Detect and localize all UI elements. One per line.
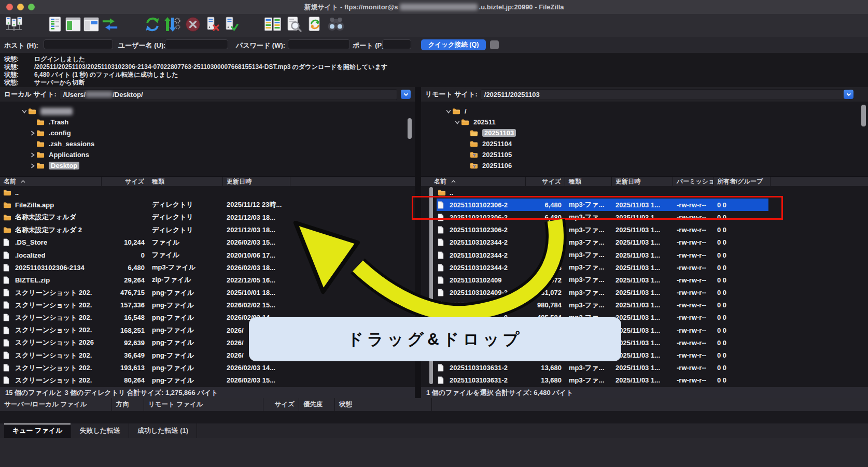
column-header[interactable]: 種類 <box>565 177 612 186</box>
file-permissions: -rw-rw-r-- <box>673 339 713 347</box>
queue-column-header[interactable]: リモート ファイル <box>144 398 263 411</box>
directory-compare-button[interactable] <box>264 16 282 35</box>
queue-header: サーバー/ローカル ファイル方向リモート ファイルサイズ優先度状態 <box>0 398 868 412</box>
chevron-down-icon[interactable] <box>445 109 452 114</box>
column-header[interactable]: 名前 <box>430 177 526 186</box>
local-tree-button[interactable] <box>65 16 81 35</box>
chevron-down-icon[interactable] <box>21 109 28 114</box>
remote-tree-scrollbar[interactable] <box>861 105 866 126</box>
local-path-dropdown-button[interactable] <box>401 90 411 99</box>
port-input[interactable] <box>382 39 411 49</box>
maximize-window-button[interactable] <box>28 4 35 10</box>
remote-status-bar: 1 個のファイルを選択 合計サイズ: 6,480 バイト <box>421 387 868 398</box>
remote-path-input[interactable]: /202511/20251103 <box>481 89 850 100</box>
file-size: 16,548 <box>102 314 148 321</box>
password-input[interactable] <box>288 39 350 49</box>
column-header[interactable]: 種類 <box>148 177 223 186</box>
folder-icon <box>36 162 45 169</box>
remote-list-header: 名前サイズ種類更新日時パーミッション所有者/グループ <box>421 177 868 187</box>
file-type: png-ファイル <box>148 363 223 373</box>
synchronized-browsing-button[interactable] <box>306 16 323 35</box>
tree-item[interactable]: .Trash <box>0 117 415 128</box>
tree-item[interactable]: .zsh_sessions <box>0 138 415 149</box>
find-files-button[interactable] <box>327 16 345 35</box>
queue-column-header[interactable]: サイズ <box>263 398 299 411</box>
column-header-label: 種類 <box>569 177 581 186</box>
remote-tree-button[interactable] <box>83 16 100 35</box>
tree-item[interactable]: Desktop <box>0 160 415 171</box>
file-icon <box>3 264 11 272</box>
file-search-button[interactable] <box>286 16 302 35</box>
column-header[interactable]: パーミッション <box>673 177 713 186</box>
file-type: png-ファイル <box>148 351 223 360</box>
transfer-queue-button[interactable] <box>101 16 119 35</box>
file-type: mp3-ファ... <box>565 263 612 272</box>
remote-path-dropdown-button[interactable] <box>844 90 853 99</box>
tree-item[interactable]: ?20251105 <box>421 149 868 160</box>
username-input[interactable] <box>165 39 228 49</box>
site-manager-button[interactable] <box>5 16 23 35</box>
column-header[interactable]: サイズ <box>102 177 148 186</box>
host-input[interactable] <box>44 39 113 49</box>
queue-tab[interactable]: 失敗した転送 <box>71 423 129 438</box>
queue-column-header[interactable]: 状態 <box>335 398 432 411</box>
file-type: png-ファイル <box>148 301 223 310</box>
column-header[interactable]: 名前 <box>0 177 102 186</box>
disconnect-button[interactable] <box>203 16 220 35</box>
file-row[interactable]: スクリーンショット 202.80,264png-ファイル2026/02/03 1… <box>0 374 415 387</box>
queue-column-header[interactable]: サーバー/ローカル ファイル <box>0 398 112 411</box>
local-tree-scrollbar[interactable] <box>408 118 412 139</box>
chevron-down-icon <box>403 93 409 96</box>
tree-item[interactable]: / <box>421 106 868 117</box>
column-header-label: 所有者/グループ <box>717 177 763 186</box>
message-log-button[interactable] <box>48 16 63 35</box>
tree-item[interactable]: 202511 <box>421 117 868 128</box>
column-header[interactable]: 所有者/グループ <box>713 177 771 186</box>
quickconnect-button[interactable]: クイック接続 (Q) <box>421 39 486 50</box>
tree-item[interactable]: ?20251106 <box>421 160 868 171</box>
minimize-window-button[interactable] <box>17 4 24 10</box>
process-queue-button[interactable] <box>163 16 180 35</box>
file-date: 2025/11/03 1... <box>612 301 673 309</box>
tree-item[interactable] <box>0 106 415 117</box>
file-name: スクリーンショット 202. <box>15 301 92 310</box>
queue-column-header[interactable]: 優先度 <box>299 398 335 411</box>
log-status-label: 状態: <box>0 63 34 71</box>
reconnect-button[interactable] <box>222 16 239 35</box>
file-row[interactable]: スクリーンショット 202.193,613png-ファイル2026/02/03 … <box>0 362 415 374</box>
local-path-input[interactable]: /Users/ /Desktop/ <box>60 89 397 100</box>
tree-item[interactable]: Applications <box>0 149 415 160</box>
queue-tab[interactable]: キュー ファイル <box>4 423 71 438</box>
chevron-right-icon[interactable] <box>29 131 36 136</box>
svg-text:?: ? <box>473 163 476 169</box>
tree-item[interactable]: 20251104 <box>421 138 868 149</box>
quickconnect-dropdown-button[interactable] <box>490 40 499 49</box>
column-header[interactable]: 更新日時 <box>223 177 290 186</box>
column-header[interactable]: 更新日時 <box>612 177 673 186</box>
file-row[interactable]: .. <box>0 186 415 199</box>
tree-item-label: .zsh_sessions <box>49 140 94 148</box>
password-label: パスワード (W): <box>236 41 285 50</box>
tree-item[interactable]: 20251103 <box>421 128 868 138</box>
file-permissions: -rw-rw-r-- <box>673 301 713 309</box>
file-row[interactable]: 20251103103631-213,680mp3-ファ...2025/11/0… <box>437 374 768 387</box>
chevron-down-icon[interactable] <box>454 120 461 125</box>
refresh-button[interactable] <box>144 16 161 35</box>
chevron-right-icon[interactable] <box>29 163 36 168</box>
queue-tab[interactable]: 成功した転送 (1) <box>129 423 197 438</box>
queue-column-header[interactable]: 方向 <box>112 398 144 411</box>
column-header-label: 名前 <box>434 177 446 186</box>
transfer-queue: サーバー/ローカル ファイル方向リモート ファイルサイズ優先度状態 キュー ファ… <box>0 398 868 467</box>
file-owner: 0 0 <box>713 327 768 334</box>
close-window-button[interactable] <box>6 4 13 10</box>
cancel-button[interactable] <box>185 16 201 35</box>
tree-item-label: 20251103 <box>482 129 516 137</box>
column-header[interactable]: サイズ <box>526 177 565 186</box>
folder-open-icon <box>470 130 478 136</box>
tree-item[interactable]: .config <box>0 128 415 138</box>
file-icon <box>3 251 11 259</box>
chevron-right-icon[interactable] <box>29 152 36 158</box>
find-files-icon <box>327 16 345 35</box>
file-type: ファイル <box>148 238 223 247</box>
file-row[interactable]: 20251103103631-213,680mp3-ファ...2025/11/0… <box>437 362 768 374</box>
